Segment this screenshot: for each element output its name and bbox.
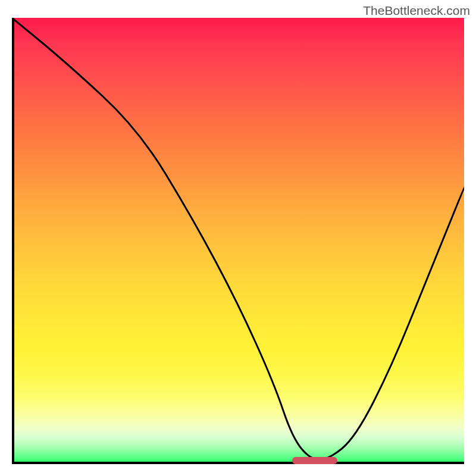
x-axis [12, 462, 464, 464]
watermark-text: TheBottleneck.com [363, 4, 470, 18]
curve-svg [12, 18, 464, 464]
optimal-range-marker [292, 457, 337, 464]
y-axis [12, 18, 14, 464]
bottleneck-curve [12, 18, 464, 460]
plot-area [12, 18, 464, 464]
chart-container: TheBottleneck.com [0, 0, 476, 476]
